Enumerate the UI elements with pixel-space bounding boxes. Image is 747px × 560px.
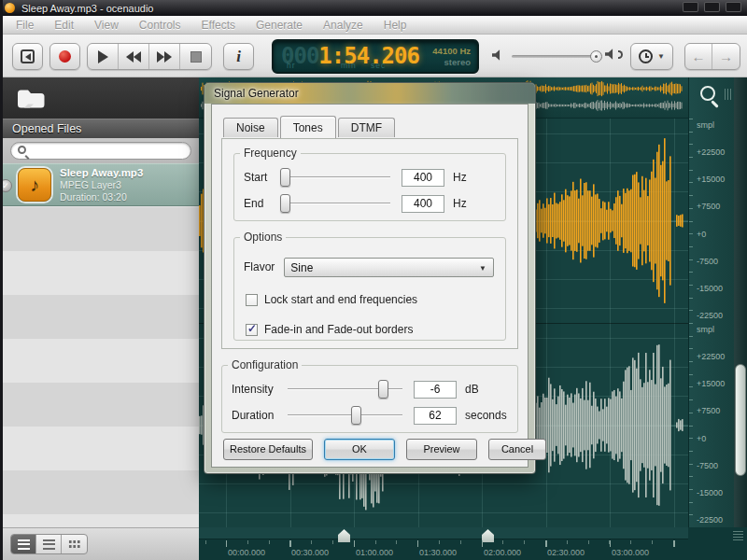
end-frequency-slider-handle[interactable] [280,194,290,213]
nav-forward-button[interactable]: → [712,44,740,69]
preview-button[interactable]: Preview [406,439,477,460]
ruler-tick-label: +0 [697,435,735,443]
view-details-button[interactable] [11,535,36,553]
flavor-label: Flavor [244,260,275,273]
menu-controls[interactable]: Controls [139,19,181,32]
timeline-label: 02:30.000 [547,548,585,557]
info-icon: i [236,48,241,66]
search-input[interactable] [34,144,187,158]
volume-low-icon [492,49,504,61]
volume-knob[interactable] [590,50,602,63]
window-left-edge [0,0,3,560]
vertical-scrollbar[interactable] [734,77,747,527]
rewind-button[interactable] [119,44,149,69]
menu-generate[interactable]: Generate [256,19,303,32]
signal-generator-dialog: Signal Generator Noise Tones DTMF Freque… [204,82,536,474]
zoom-tool-icon[interactable] [700,86,715,101]
timeline-ruler[interactable]: 00:00.000 00:30.000 01:00.000 01:30.000 … [199,527,747,560]
clock-icon [639,49,653,63]
close-button[interactable] [726,2,741,12]
title-bar[interactable]: Sleep Away.mp3 - ocenaudio [0,0,747,16]
ruler-grip-icon [725,89,731,100]
frequency-group: Frequency Start Hz End [233,147,506,221]
slider-groove [281,203,390,204]
search-box[interactable] [10,142,191,160]
restore-defaults-button[interactable]: Restore Defaults [223,439,313,460]
cancel-button[interactable]: Cancel [488,439,546,460]
window-title: Sleep Away.mp3 - ocenaudio [21,3,153,14]
duration-mode-button[interactable]: ▼ [630,43,673,70]
start-label: Start [244,171,279,184]
start-frequency-input[interactable] [402,169,444,187]
duration-input[interactable] [414,407,457,425]
combo-arrow-icon: ▼ [479,264,486,273]
dialog-tabs: Noise Tones DTMF [223,118,397,138]
intensity-slider[interactable] [286,379,404,399]
intensity-input[interactable] [414,381,457,399]
ok-button[interactable]: OK [324,439,395,460]
end-frequency-input[interactable] [402,195,444,213]
fade-borders-checkbox[interactable]: ✓ [246,324,258,336]
lock-frequencies-checkbox[interactable] [246,294,258,306]
configuration-legend: Configuration [228,358,302,371]
duration-label: Duration [232,409,286,422]
amplitude-ruler-column: smpl +22500 +15000 +7500 +0 -7500 -15000… [688,77,734,527]
hr-label: hr [287,61,296,70]
dialog-title: Signal Generator [214,87,299,100]
nav-forward-icon: → [719,49,733,64]
duration-slider-handle[interactable] [351,406,361,425]
record-button[interactable] [49,43,80,70]
fast-forward-button[interactable] [149,44,180,69]
go-to-start-button[interactable] [12,43,43,70]
options-group: Options Flavor Sine ▼ Lock start and end… [233,231,506,341]
play-button[interactable] [88,44,119,69]
amplitude-ruler-ch1: smpl +22500 +15000 +7500 +0 -7500 -15000… [689,119,735,323]
grid-view-icon [68,539,80,550]
ruler-unit-label: smpl [697,326,735,334]
flavor-dropdown[interactable]: Sine ▼ [284,258,494,277]
start-frequency-slider[interactable] [279,167,392,188]
start-frequency-slider-handle[interactable] [280,168,290,187]
file-list-item-selected[interactable]: ✓ ♪ Sleep Away.mp3 MPEG Layer3 Duration:… [3,163,199,206]
tab-tones[interactable]: Tones [280,116,336,138]
tab-noise[interactable]: Noise [223,118,278,137]
intensity-slider-handle[interactable] [378,380,388,399]
menu-view[interactable]: View [94,19,119,32]
maximize-button[interactable] [704,2,720,12]
vertical-scrollbar-thumb[interactable] [735,364,746,476]
timeline-major-ticks [199,540,688,547]
menu-help[interactable]: Help [384,19,407,32]
clock-dropdown-arrow: ▼ [657,52,665,61]
dialog-title-bar[interactable]: Signal Generator [204,83,535,104]
tab-dtmf[interactable]: DTMF [338,118,395,137]
tones-tab-panel: Frequency Start Hz End [221,138,518,349]
ruler-tick-label: -22500 [697,516,735,525]
timeline-label: 03:00.000 [612,548,649,557]
menu-file[interactable]: File [16,19,34,32]
fade-borders-row: ✓ Fade-in and Fade-out borders [246,322,413,337]
duration-slider[interactable] [286,405,404,426]
ruler-tick-label: -15000 [697,285,735,293]
menu-analyze[interactable]: Analyze [323,19,363,32]
start-frequency-unit: Hz [453,171,496,184]
view-grid-button[interactable] [62,535,87,553]
end-frequency-slider[interactable] [279,193,392,214]
view-list-button[interactable] [36,535,62,553]
end-frequency-unit: Hz [453,197,496,210]
menu-edit[interactable]: Edit [54,19,74,32]
file-list: ✓ ♪ Sleep Away.mp3 MPEG Layer3 Duration:… [3,163,199,527]
stop-button[interactable] [180,44,211,69]
minimize-button[interactable] [683,2,698,12]
ruler-tick-label: +22500 [697,148,735,157]
menu-effects[interactable]: Effects [202,19,235,32]
details-view-icon [18,539,30,550]
ruler-tick-label: +0 [697,231,735,239]
nav-back-button[interactable]: ← [685,44,712,69]
info-button[interactable]: i [223,43,254,70]
fast-forward-icon [164,51,172,63]
ruler-tick-label: +7500 [697,407,735,415]
volume-slider[interactable] [512,55,598,58]
files-panel-header-area [3,77,199,119]
ruler-tick-label: -7500 [697,258,735,266]
app-icon [5,3,15,13]
